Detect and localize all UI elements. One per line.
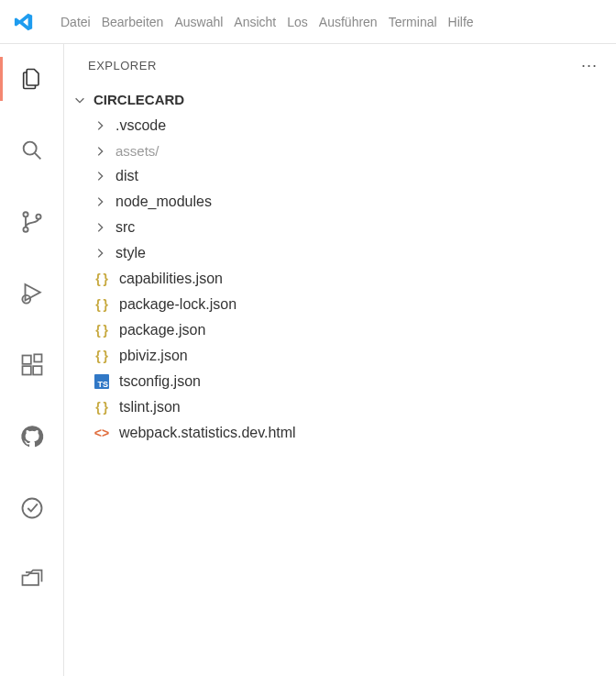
file-row[interactable]: <>webpack.statistics.dev.html (64, 420, 616, 446)
folder-row[interactable]: assets/ (64, 139, 616, 163)
activity-extensions[interactable] (0, 343, 64, 387)
menu-item-bearbeiten[interactable]: Bearbeiten (102, 15, 164, 29)
folders-icon (19, 567, 45, 593)
file-name: pbiviz.json (119, 348, 188, 364)
json-icon: { } (94, 348, 110, 364)
file-name: package-lock.json (119, 296, 236, 313)
chevron-right-icon (94, 119, 106, 132)
file-row[interactable]: { }pbiviz.json (64, 343, 616, 369)
svg-point-0 (23, 142, 36, 155)
activity-source-control[interactable] (0, 200, 64, 244)
explorer-title: EXPLORER (88, 59, 157, 72)
activity-folder[interactable] (0, 558, 64, 602)
file-name: webpack.statistics.dev.html (119, 425, 296, 441)
branch-icon (19, 209, 45, 235)
chevron-right-icon (94, 195, 106, 208)
file-name: tsconfig.json (119, 373, 201, 390)
activity-task[interactable] (0, 486, 64, 530)
file-name: capabilities.json (119, 271, 223, 287)
titlebar: DateiBearbeitenAuswahlAnsichtLosAusführe… (0, 0, 616, 44)
file-row[interactable]: { }package.json (64, 317, 616, 343)
play-bug-icon (18, 280, 46, 307)
project-name: CIRCLECARD (94, 92, 184, 107)
chevron-right-icon (94, 145, 106, 158)
chevron-down-icon (73, 94, 86, 106)
activity-github[interactable] (0, 415, 64, 459)
activity-run-debug[interactable] (0, 272, 64, 316)
extensions-icon (19, 352, 45, 378)
search-icon (19, 138, 45, 163)
menu-item-terminal[interactable]: Terminal (389, 15, 437, 29)
svg-rect-6 (22, 356, 30, 364)
svg-point-10 (22, 499, 41, 518)
svg-point-4 (36, 215, 40, 219)
menu-item-hilfe[interactable]: Hilfe (448, 15, 474, 29)
svg-line-1 (34, 153, 39, 159)
html-icon: <> (94, 425, 110, 441)
file-row[interactable]: { }package-lock.json (64, 292, 616, 317)
json-icon: { } (94, 322, 110, 338)
menu-item-datei[interactable]: Datei (60, 15, 91, 29)
folder-row[interactable]: dist (64, 163, 616, 189)
folder-row[interactable]: style (64, 240, 616, 266)
activity-search[interactable] (0, 128, 64, 172)
svg-rect-9 (34, 354, 41, 361)
typescript-icon: TS (94, 373, 110, 390)
project-root[interactable]: CIRCLECARD (64, 88, 616, 113)
folder-name: style (116, 245, 146, 261)
svg-rect-8 (33, 366, 41, 374)
activity-bar (0, 44, 64, 676)
file-row[interactable]: TStsconfig.json (64, 369, 616, 394)
more-actions-icon[interactable]: ··· (581, 56, 598, 75)
vscode-logo-icon (13, 11, 35, 33)
file-row[interactable]: { }capabilities.json (64, 266, 616, 292)
main-area: EXPLORER ··· CIRCLECARD .vscodeassets/di… (0, 44, 616, 676)
github-icon (19, 424, 45, 449)
folder-name: node_modules (116, 194, 212, 210)
explorer-panel: EXPLORER ··· CIRCLECARD .vscodeassets/di… (64, 44, 616, 676)
folder-row[interactable]: .vscode (64, 113, 616, 139)
folder-name: dist (116, 168, 138, 184)
json-icon: { } (94, 399, 110, 416)
chevron-right-icon (94, 221, 106, 234)
file-name: tslint.json (119, 399, 181, 416)
folder-name: src (116, 219, 135, 236)
menu-item-auswahl[interactable]: Auswahl (174, 15, 223, 29)
activity-explorer[interactable] (0, 57, 64, 101)
menu-bar: DateiBearbeitenAuswahlAnsichtLosAusführe… (60, 15, 474, 29)
menu-item-ausführen[interactable]: Ausführen (319, 15, 378, 29)
folder-row[interactable]: src (64, 215, 616, 240)
svg-point-3 (23, 227, 28, 232)
folder-name: assets/ (116, 143, 160, 159)
json-icon: { } (94, 271, 110, 287)
menu-item-los[interactable]: Los (287, 15, 308, 29)
chevron-right-icon (94, 170, 106, 183)
chevron-right-icon (94, 247, 106, 260)
file-row[interactable]: { }tslint.json (64, 394, 616, 420)
explorer-header: EXPLORER ··· (64, 44, 616, 86)
folder-name: .vscode (116, 117, 166, 134)
file-name: package.json (119, 322, 205, 338)
svg-rect-7 (22, 366, 30, 374)
files-icon (19, 66, 45, 92)
svg-point-2 (23, 212, 28, 216)
menu-item-ansicht[interactable]: Ansicht (234, 15, 276, 29)
json-icon: { } (94, 296, 110, 313)
check-circle-icon (19, 495, 45, 521)
folder-row[interactable]: node_modules (64, 189, 616, 215)
file-tree: CIRCLECARD .vscodeassets/distnode_module… (64, 86, 616, 448)
